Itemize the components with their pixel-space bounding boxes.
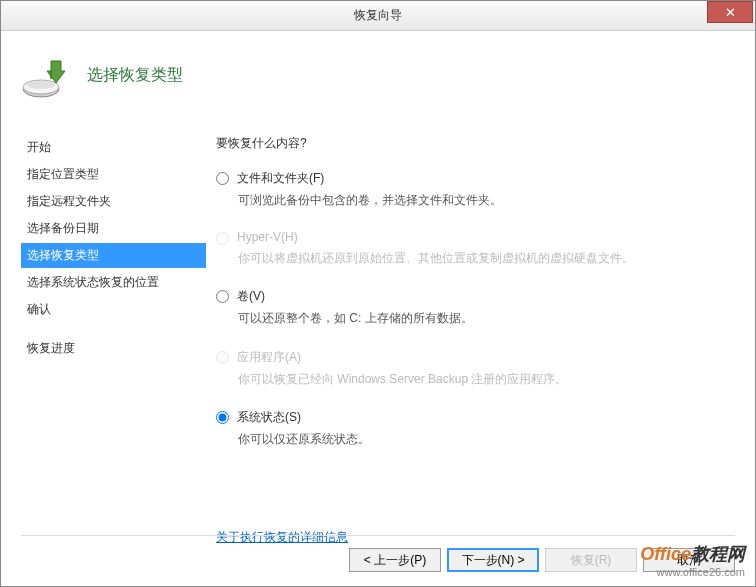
sidebar-item-system-state-location[interactable]: 选择系统状态恢复的位置 (21, 270, 206, 295)
radio-system-state[interactable] (216, 411, 229, 424)
radio-label-system-state[interactable]: 系统状态(S) (237, 409, 301, 426)
sidebar-item-recovery-type[interactable]: 选择恢复类型 (21, 243, 206, 268)
radio-label-hyperv: Hyper-V(H) (237, 230, 298, 244)
sidebar-item-start[interactable]: 开始 (21, 135, 206, 160)
next-button[interactable]: 下一步(N) > (447, 548, 539, 572)
radio-hyperv (216, 232, 229, 245)
radio-group: 文件和文件夹(F) 可浏览此备份中包含的卷，并选择文件和文件夹。 Hyper-V… (216, 170, 735, 449)
watermark: Office教程网 www.office26.com (640, 542, 745, 578)
sidebar-separator (21, 324, 206, 336)
sidebar-item-progress[interactable]: 恢复进度 (21, 336, 206, 361)
button-separator (21, 535, 735, 536)
radio-desc-system-state: 你可以仅还原系统状态。 (238, 430, 735, 449)
close-button[interactable]: ✕ (707, 1, 753, 23)
radio-files[interactable] (216, 172, 229, 185)
radio-desc-hyperv: 你可以将虚拟机还原到原始位置、其他位置或复制虚拟机的虚拟硬盘文件。 (238, 249, 735, 268)
sidebar-item-location-type[interactable]: 指定位置类型 (21, 162, 206, 187)
radio-row-volume: 卷(V) (216, 288, 735, 305)
prev-button[interactable]: < 上一步(P) (349, 548, 441, 572)
content-panel: 要恢复什么内容? 文件和文件夹(F) 可浏览此备份中包含的卷，并选择文件和文件夹… (206, 127, 735, 537)
close-icon: ✕ (725, 5, 736, 20)
radio-label-apps: 应用程序(A) (237, 349, 301, 366)
radio-desc-apps: 你可以恢复已经向 Windows Server Backup 注册的应用程序。 (238, 370, 735, 389)
sidebar-item-confirm[interactable]: 确认 (21, 297, 206, 322)
radio-apps (216, 351, 229, 364)
body-section: 开始 指定位置类型 指定远程文件夹 选择备份日期 选择恢复类型 选择系统状态恢复… (1, 127, 755, 537)
sidebar: 开始 指定位置类型 指定远程文件夹 选择备份日期 选择恢复类型 选择系统状态恢复… (21, 127, 206, 537)
page-title: 选择恢复类型 (87, 65, 183, 86)
content-question: 要恢复什么内容? (216, 135, 735, 152)
radio-label-volume[interactable]: 卷(V) (237, 288, 265, 305)
radio-volume[interactable] (216, 290, 229, 303)
radio-row-apps: 应用程序(A) (216, 349, 735, 366)
radio-row-hyperv: Hyper-V(H) (216, 230, 735, 245)
radio-row-system-state: 系统状态(S) (216, 409, 735, 426)
window-title: 恢复向导 (1, 7, 755, 24)
radio-label-files[interactable]: 文件和文件夹(F) (237, 170, 324, 187)
wizard-window: 恢复向导 ✕ 选择恢复类型 开始 指定位置类型 指定远程文件夹 选择备份日期 选… (0, 0, 756, 587)
header-section: 选择恢复类型 (1, 31, 755, 127)
sidebar-item-backup-date[interactable]: 选择备份日期 (21, 216, 206, 241)
recover-button: 恢复(R) (545, 548, 637, 572)
watermark-url: www.office26.com (640, 566, 745, 578)
details-link[interactable]: 关于执行恢复的详细信息 (216, 529, 348, 546)
svg-point-2 (27, 81, 55, 89)
radio-row-files: 文件和文件夹(F) (216, 170, 735, 187)
restore-wizard-icon (21, 51, 69, 99)
sidebar-item-remote-folder[interactable]: 指定远程文件夹 (21, 189, 206, 214)
watermark-brand2: 教程网 (691, 544, 745, 564)
titlebar: 恢复向导 ✕ (1, 1, 755, 31)
radio-desc-files: 可浏览此备份中包含的卷，并选择文件和文件夹。 (238, 191, 735, 210)
radio-desc-volume: 可以还原整个卷，如 C: 上存储的所有数据。 (238, 309, 735, 328)
watermark-brand1: Office (640, 544, 691, 564)
